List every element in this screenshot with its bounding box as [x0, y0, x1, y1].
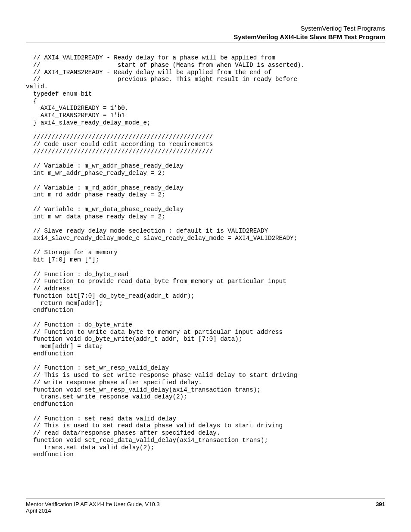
page-number: 391	[376, 501, 385, 514]
page: SystemVerilog Test Programs SystemVerilo…	[0, 0, 411, 532]
code-listing: // AXI4_VALID2READY - Ready delay for a …	[26, 54, 385, 458]
footer-doc-title: Mentor Verification IP AE AXI4-Lite User…	[26, 501, 159, 507]
header-rule	[26, 43, 385, 43]
header-section: SystemVerilog AXI4-Lite Slave BFM Test P…	[26, 33, 385, 41]
footer: Mentor Verification IP AE AXI4-Lite User…	[26, 498, 385, 514]
footer-left: Mentor Verification IP AE AXI4-Lite User…	[26, 501, 159, 514]
footer-date: April 2014	[26, 507, 51, 514]
header-chapter: SystemVerilog Test Programs	[26, 24, 385, 33]
running-header: SystemVerilog Test Programs SystemVerilo…	[26, 24, 385, 41]
